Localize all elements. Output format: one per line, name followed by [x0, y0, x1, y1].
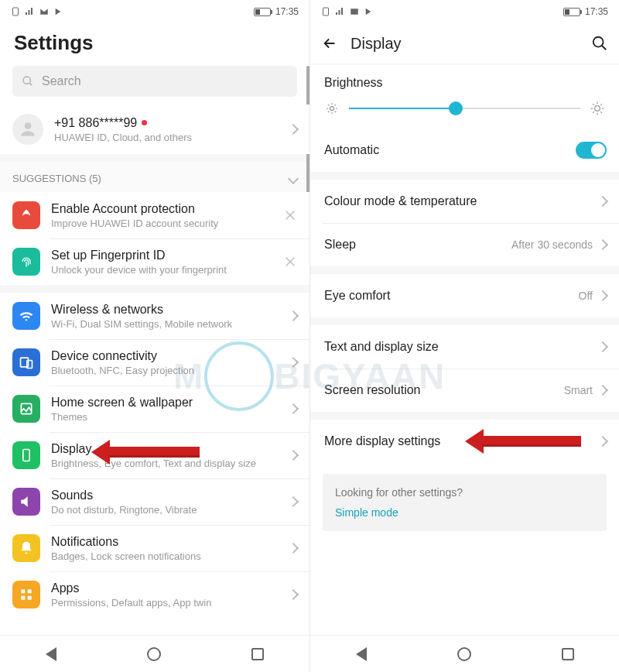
sun-low-icon: [324, 101, 340, 116]
settings-header: Settings: [0, 23, 310, 66]
simple-mode-link[interactable]: Simple mode: [335, 506, 594, 519]
svg-rect-14: [21, 596, 25, 600]
nav-bar: [310, 635, 619, 672]
chevron-right-icon: [597, 239, 608, 250]
status-time: 17:35: [275, 6, 299, 17]
avatar-icon: [12, 114, 43, 145]
chevron-right-icon: [597, 436, 608, 447]
mail-icon: [39, 7, 50, 16]
notification-dot-icon: [142, 120, 147, 125]
svg-rect-13: [28, 589, 32, 593]
battery-icon: [563, 8, 580, 16]
help-box: Looking for other settings? Simple mode: [323, 474, 607, 531]
signal-icon: [335, 7, 344, 16]
toggle-on-icon[interactable]: [576, 142, 607, 159]
nav-bar: [0, 635, 310, 672]
item-sounds[interactable]: SoundsDo not disturb, Ringtone, Vibrate: [0, 478, 310, 525]
chevron-right-icon: [288, 357, 299, 368]
page-title: Settings: [14, 31, 296, 55]
suggestion-fingerprint[interactable]: Set up Fingerprint ID Unlock your device…: [0, 238, 310, 285]
search-icon[interactable]: [591, 35, 608, 52]
item-wireless[interactable]: Wireless & networksWi-Fi, Dual SIM setti…: [0, 293, 310, 339]
svg-rect-0: [13, 8, 19, 15]
wallpaper-icon: [12, 395, 40, 423]
play-icon: [54, 7, 62, 16]
chevron-right-icon: [288, 124, 299, 135]
item-eye-comfort[interactable]: Eye comfort Off: [310, 274, 619, 317]
item-more-display[interactable]: More display settings: [310, 420, 619, 463]
chevron-right-icon: [288, 589, 299, 600]
display-pane: 17:35 Display Brightness Automatic Colou…: [310, 0, 619, 672]
svg-line-18: [602, 46, 607, 50]
chevron-right-icon: [597, 196, 608, 207]
suggestions-header[interactable]: SUGGESTIONS (5): [0, 162, 310, 192]
chevron-right-icon: [288, 543, 299, 554]
fingerprint-icon: [12, 248, 40, 276]
svg-point-1: [23, 77, 30, 84]
chevron-right-icon: [597, 385, 608, 396]
svg-rect-12: [21, 589, 25, 593]
status-bar: 17:35: [310, 0, 619, 23]
wifi-icon: [12, 302, 40, 330]
item-notifications[interactable]: NotificationsBadges, Lock screen notific…: [0, 525, 310, 571]
chevron-down-icon: [288, 173, 299, 183]
close-icon[interactable]: [283, 208, 297, 222]
chevron-right-icon: [597, 341, 608, 352]
nav-home-icon[interactable]: [457, 647, 471, 661]
brightness-label: Brightness: [310, 65, 619, 93]
nav-recent-icon[interactable]: [251, 648, 264, 660]
sim-icon: [321, 7, 330, 16]
chevron-right-icon: [288, 496, 299, 507]
search-input[interactable]: Search: [12, 66, 297, 97]
item-text-size[interactable]: Text and display size: [310, 325, 619, 369]
account-sub: HUAWEI ID, Cloud, and others: [54, 132, 283, 143]
svg-rect-16: [323, 8, 329, 15]
display-header: Display: [310, 23, 619, 63]
item-apps[interactable]: AppsPermissions, Default apps, App twin: [0, 571, 310, 618]
nav-back-icon[interactable]: [356, 647, 367, 661]
item-sleep[interactable]: Sleep After 30 seconds: [310, 223, 619, 266]
bell-icon: [12, 534, 40, 562]
display-icon: [12, 441, 40, 469]
chevron-right-icon: [597, 290, 608, 301]
svg-rect-15: [28, 596, 32, 600]
battery-icon: [254, 8, 271, 16]
item-device-connectivity[interactable]: Device connectivityBluetooth, NFC, Easy …: [0, 339, 310, 386]
svg-point-17: [593, 37, 604, 47]
slider-thumb-icon[interactable]: [449, 101, 463, 115]
nav-back-icon[interactable]: [46, 647, 56, 661]
huawei-icon: [12, 201, 40, 229]
item-home-wallpaper[interactable]: Home screen & wallpaperThemes: [0, 386, 310, 432]
mail-icon: [349, 7, 360, 16]
svg-line-2: [29, 83, 32, 85]
sim-icon: [11, 7, 20, 16]
close-icon[interactable]: [283, 255, 297, 269]
account-row[interactable]: +91 886*****99 HUAWEI ID, Cloud, and oth…: [0, 105, 310, 154]
play-icon: [364, 7, 372, 16]
suggestion-account-protection[interactable]: Enable Account protection Improve HUAWEI…: [0, 192, 310, 238]
search-placeholder: Search: [42, 74, 81, 88]
search-icon: [22, 75, 34, 87]
nav-home-icon[interactable]: [147, 647, 161, 661]
page-title: Display: [351, 35, 579, 53]
sounds-icon: [12, 488, 40, 516]
svg-point-19: [330, 107, 334, 111]
chevron-right-icon: [288, 310, 299, 321]
brightness-slider[interactable]: [310, 93, 619, 129]
automatic-row[interactable]: Automatic: [310, 129, 619, 172]
devices-icon: [12, 348, 40, 376]
nav-recent-icon[interactable]: [562, 648, 574, 660]
settings-pane: 17:35 Settings Search +91 886*****99: [0, 0, 310, 672]
help-question: Looking for other settings?: [335, 486, 594, 499]
status-bar: 17:35: [0, 0, 310, 23]
slider-track[interactable]: [349, 108, 580, 109]
suggestions-label: SUGGESTIONS (5): [12, 173, 101, 184]
item-colour-mode[interactable]: Colour mode & temperature: [310, 180, 619, 223]
chevron-right-icon: [288, 403, 299, 414]
status-time: 17:35: [585, 6, 608, 17]
item-display[interactable]: DisplayBrightness, Eye comfort, Text and…: [0, 432, 310, 478]
account-phone: +91 886*****99: [54, 116, 137, 130]
item-screen-res[interactable]: Screen resolution Smart: [310, 369, 619, 412]
chevron-right-icon: [288, 450, 299, 461]
back-icon[interactable]: [321, 35, 338, 52]
